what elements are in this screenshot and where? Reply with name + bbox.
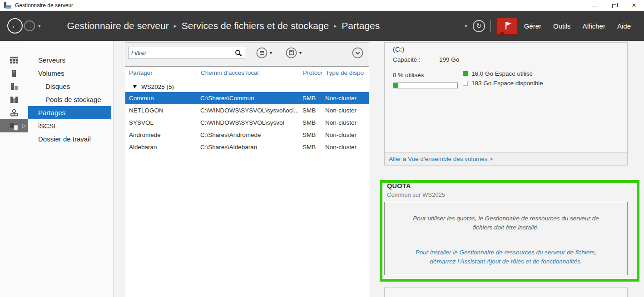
- shares-toolbar: ▾ ▾: [125, 43, 369, 67]
- usage-progress-bar: [393, 83, 458, 88]
- share-row-sysvol[interactable]: SYSVOL C:\WINDOWS\SYSVOL\sysvol SMB Non-…: [125, 117, 369, 129]
- usage-progress-fill: [393, 83, 398, 88]
- share-row-commun[interactable]: Commun C:\Shares\Commun SMB Non-cluster: [125, 92, 369, 104]
- share-protocol: SMB: [299, 131, 322, 138]
- subnav-item-shares[interactable]: Partages: [28, 106, 111, 119]
- menu-manage[interactable]: Gérer: [518, 22, 547, 30]
- share-row-netlogon[interactable]: NETLOGON C:\WINDOWS\SYSVOL\sysvol\ocl...…: [125, 104, 369, 117]
- capacity-value: 199 Go: [439, 56, 459, 63]
- quota-message: Pour utiliser les quotas, le Gestionnair…: [406, 214, 605, 232]
- capacity-label: Capacité :: [393, 56, 421, 63]
- shares-table-header: Partager Chemin d’accès local Protocole …: [125, 67, 369, 79]
- search-icon: [235, 49, 242, 57]
- nav-item-ad-ds[interactable]: [0, 93, 28, 106]
- subnav-item-work-folders[interactable]: Dossier de travail: [28, 132, 111, 146]
- nav-item-all-servers[interactable]: [0, 80, 28, 93]
- volume-panel: (C:) Capacité : 199 Go 8 % utilisés 16,0…: [384, 42, 628, 166]
- quota-subtitle: Commun sur WS2025: [387, 191, 629, 198]
- subnav-item-servers[interactable]: Serveurs: [28, 54, 111, 67]
- expand-pane-arrow-icon[interactable]: ▷: [23, 123, 26, 128]
- file-storage-services-icon: [9, 122, 19, 131]
- menu-tools[interactable]: Outils: [547, 22, 576, 30]
- close-icon: ×: [632, 2, 636, 9]
- share-availability: Non-cluster: [322, 131, 369, 138]
- volume-drive-label: (C:): [393, 45, 404, 53]
- legend-used-space: 16,0 Go Espace utilisé: [463, 70, 543, 77]
- used-space-swatch: [463, 71, 468, 76]
- quota-section: QUOTA Commun sur WS2025 Pour utiliser le…: [384, 180, 629, 275]
- column-header-availability-type[interactable]: Type de dispo: [322, 67, 369, 79]
- nav-item-local-server[interactable]: [0, 67, 28, 80]
- notifications-flag-button[interactable]: [496, 17, 518, 35]
- used-percent-label: 8 % utilisés: [393, 72, 424, 78]
- free-space-swatch: [463, 81, 468, 86]
- file-storage-subnav: Serveurs Volumes Disques Pools de stocka…: [28, 41, 114, 297]
- subnav-item-disks[interactable]: Disques: [28, 80, 111, 93]
- share-group-header[interactable]: WS2025 (5): [125, 81, 369, 92]
- navbar-divider: [490, 20, 491, 32]
- main-content: ▾ ▾: [114, 41, 644, 297]
- scope-dropdown-caret-icon[interactable]: ▾: [465, 23, 467, 29]
- share-protocol: SMB: [299, 107, 322, 114]
- dashboard-icon: [10, 56, 19, 64]
- restore-button[interactable]: [604, 0, 624, 11]
- server-manager-window: Gestionnaire de serveur × ← → ▾ Gestionn…: [0, 0, 644, 297]
- share-name: NETLOGON: [125, 107, 197, 114]
- back-button[interactable]: ←: [7, 18, 23, 34]
- share-path: C:\Shares\Aldebaran: [197, 144, 299, 151]
- save-filter-caret-icon: ▾: [299, 50, 302, 55]
- quota-install-link[interactable]: Pour installer le Gestionnaire de ressou…: [406, 248, 605, 266]
- subnav-item-storage-pools[interactable]: Pools de stockage: [28, 93, 111, 106]
- forward-arrow-icon: →: [27, 23, 33, 29]
- menu-view[interactable]: Afficher: [576, 22, 611, 30]
- share-availability: Non-cluster: [322, 107, 369, 114]
- close-button[interactable]: ×: [624, 0, 644, 11]
- column-header-share[interactable]: Partager: [125, 67, 197, 79]
- filter-list-button[interactable]: ▾: [256, 47, 272, 58]
- volume-panel-footer: Aller à Vue d'ensemble des volumes >: [385, 152, 627, 165]
- share-name: Andromede: [125, 131, 197, 138]
- group-label: WS2025 (5): [141, 83, 174, 90]
- window-title: Gestionnaire de serveur: [15, 2, 73, 9]
- usage-legend: 16,0 Go Espace utilisé 183 Go Espace dis…: [463, 70, 543, 87]
- column-header-protocol[interactable]: Protocole: [299, 67, 322, 79]
- share-availability: Non-cluster: [322, 144, 369, 151]
- history-dropdown-caret-icon[interactable]: ▾: [38, 23, 41, 29]
- column-header-local-path[interactable]: Chemin d’accès local: [197, 67, 299, 79]
- dns-icon: [10, 109, 19, 117]
- collapse-panel-button[interactable]: [352, 47, 363, 58]
- breadcrumb-item-server-manager[interactable]: Gestionnaire de serveur: [67, 20, 169, 31]
- legend-free-space: 183 Go Espace disponible: [463, 80, 543, 87]
- subnav-item-volumes[interactable]: Volumes: [28, 67, 111, 80]
- chevron-down-icon: [352, 47, 363, 58]
- forward-button[interactable]: →: [24, 20, 35, 31]
- share-protocol: SMB: [299, 119, 322, 126]
- refresh-button[interactable]: ↻: [473, 20, 485, 32]
- nav-item-dashboard[interactable]: [0, 54, 28, 67]
- next-section-panel: [384, 287, 628, 297]
- save-filter-button[interactable]: ▾: [286, 47, 302, 58]
- local-server-icon: [10, 69, 19, 78]
- ad-ds-icon: [10, 96, 19, 104]
- list-filter-icon: [256, 47, 268, 58]
- subnav-item-iscsi[interactable]: iSCSI: [28, 119, 111, 132]
- share-path: C:\Shares\Andromede: [197, 131, 299, 138]
- minimize-icon: [592, 6, 597, 6]
- nav-item-file-storage-services[interactable]: ▷: [0, 119, 28, 132]
- minimize-button[interactable]: [584, 0, 604, 11]
- share-row-andromede[interactable]: Andromede C:\Shares\Andromede SMB Non-cl…: [125, 129, 369, 141]
- share-name: Commun: [125, 95, 197, 102]
- nav-item-dns[interactable]: [0, 106, 28, 119]
- breadcrumb-item-shares[interactable]: Partages: [342, 20, 380, 31]
- breadcrumb-item-file-storage-services[interactable]: Services de fichiers et de stockage: [182, 20, 329, 31]
- breadcrumb: Gestionnaire de serveur ▸ Services de fi…: [67, 20, 380, 31]
- quota-message-box: Pour utiliser les quotas, le Gestionnair…: [384, 202, 628, 275]
- go-to-volumes-overview-link[interactable]: Aller à Vue d'ensemble des volumes >: [389, 156, 493, 162]
- share-row-aldebaran[interactable]: Aldebaran C:\Shares\Aldebaran SMB Non-cl…: [125, 141, 369, 153]
- filter-input[interactable]: [131, 49, 235, 56]
- menu-help[interactable]: Aide: [611, 22, 637, 30]
- share-name: Aldebaran: [125, 144, 197, 151]
- share-path: C:\WINDOWS\SYSVOL\sysvol: [197, 119, 299, 126]
- filter-box: [128, 47, 245, 59]
- share-path: C:\WINDOWS\SYSVOL\sysvol\ocl...: [197, 107, 299, 114]
